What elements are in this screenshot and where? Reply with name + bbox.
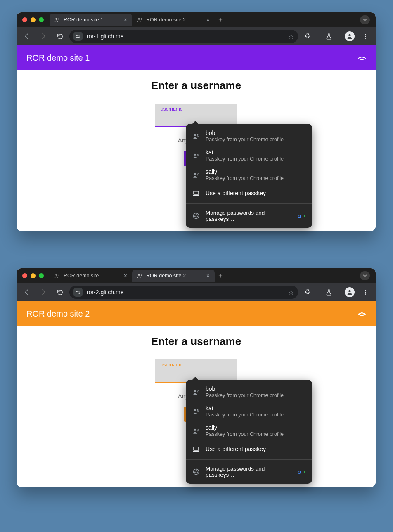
tab-overflow-button[interactable] xyxy=(360,15,370,24)
bookmark-star-icon[interactable]: ☆ xyxy=(288,33,294,40)
svg-point-10 xyxy=(194,134,196,136)
toolbar-divider xyxy=(339,288,339,296)
toolbar-divider xyxy=(318,288,318,296)
tab-ror-demo-site-1[interactable]: ROR demo site 1 × xyxy=(50,270,132,282)
svg-point-2 xyxy=(138,18,140,20)
app-header: ROR demo site 1 <> xyxy=(17,45,376,70)
manage-passwords-button[interactable]: Manage passwords and passkeys… xyxy=(186,460,312,484)
text-cursor xyxy=(161,114,161,122)
close-tab-icon[interactable]: × xyxy=(206,17,210,23)
browser-toolbar: ror-1.glitch.me ☆ xyxy=(17,27,376,45)
passkey-source: Passkey from your Chrome profile xyxy=(206,412,284,418)
svg-point-3 xyxy=(141,18,142,19)
passkey-option-kai[interactable]: kai Passkey from your Chrome profile xyxy=(186,146,312,165)
passkey-source: Passkey from your Chrome profile xyxy=(206,392,284,398)
close-window-button[interactable] xyxy=(22,273,27,278)
svg-point-34 xyxy=(197,429,199,430)
favicon-icon xyxy=(54,273,60,279)
use-different-passkey-button[interactable]: Use a different passkey xyxy=(186,184,312,202)
minimize-window-button[interactable] xyxy=(31,273,36,278)
tab-title: ROR demo site 1 xyxy=(64,273,103,279)
forward-button[interactable] xyxy=(36,285,50,299)
site-info-icon[interactable] xyxy=(73,32,83,41)
tab-overflow-button[interactable] xyxy=(360,271,370,280)
window-titlebar: ROR demo site 1 × ROR demo site 2 × ＋ xyxy=(17,268,376,283)
svg-point-4 xyxy=(76,35,77,36)
svg-point-7 xyxy=(365,34,366,35)
laptop-icon xyxy=(192,445,200,453)
reload-button[interactable] xyxy=(53,29,67,43)
back-button[interactable] xyxy=(20,29,34,43)
forward-button[interactable] xyxy=(36,29,50,43)
close-window-button[interactable] xyxy=(22,17,27,22)
passkey-name: sally xyxy=(206,168,284,175)
chrome-icon xyxy=(192,212,200,220)
close-tab-icon[interactable]: × xyxy=(206,272,210,279)
passkey-option-kai[interactable]: kai Passkey from your Chrome profile xyxy=(186,402,312,421)
tab-ror-demo-site-2[interactable]: ROR demo site 2 × xyxy=(132,270,215,282)
manage-label: Manage passwords and passkeys… xyxy=(206,210,292,222)
passkey-icon xyxy=(192,132,200,140)
passkey-option-bob[interactable]: bob Passkey from your Chrome profile xyxy=(186,382,312,402)
passkey-name: bob xyxy=(206,385,284,392)
passkey-name: sally xyxy=(206,424,284,431)
svg-point-0 xyxy=(55,18,57,20)
tab-ror-demo-site-2[interactable]: ROR demo site 2 × xyxy=(132,14,215,26)
window-controls xyxy=(20,17,47,22)
passkey-option-sally[interactable]: sally Passkey from your Chrome profile xyxy=(186,421,312,440)
svg-point-6 xyxy=(348,34,350,36)
code-icon[interactable]: <> xyxy=(357,54,366,62)
bookmark-star-icon[interactable]: ☆ xyxy=(288,288,294,296)
google-key-icon xyxy=(298,469,305,475)
chrome-menu-button[interactable] xyxy=(358,29,372,43)
passkey-icon xyxy=(192,408,200,415)
avatar-icon xyxy=(345,287,355,297)
maximize-window-button[interactable] xyxy=(39,17,44,22)
address-bar[interactable]: ror-1.glitch.me ☆ xyxy=(69,30,298,43)
new-tab-button[interactable]: ＋ xyxy=(215,16,226,24)
svg-point-25 xyxy=(348,290,350,292)
maximize-window-button[interactable] xyxy=(39,273,44,278)
close-tab-icon[interactable]: × xyxy=(124,272,127,279)
favicon-icon xyxy=(137,273,143,279)
minimize-window-button[interactable] xyxy=(31,17,36,22)
passkey-icon xyxy=(192,152,200,159)
site-info-icon[interactable] xyxy=(73,288,83,297)
toolbar-divider xyxy=(339,33,339,40)
passkey-icon xyxy=(192,427,200,435)
code-icon[interactable]: <> xyxy=(357,310,366,318)
new-tab-button[interactable]: ＋ xyxy=(215,272,226,280)
chrome-icon xyxy=(192,468,200,475)
window-controls xyxy=(20,273,47,278)
svg-point-29 xyxy=(194,390,196,392)
extensions-button[interactable] xyxy=(301,29,315,43)
passkey-icon xyxy=(192,388,200,396)
manage-passwords-button[interactable]: Manage passwords and passkeys… xyxy=(186,204,312,228)
tab-title: ROR demo site 2 xyxy=(146,17,186,23)
passkey-source: Passkey from your Chrome profile xyxy=(206,156,284,162)
svg-point-15 xyxy=(197,173,199,174)
use-different-passkey-button[interactable]: Use a different passkey xyxy=(186,440,312,458)
passkey-name: kai xyxy=(206,405,284,411)
toolbar-divider xyxy=(318,33,318,40)
address-bar[interactable]: ror-2.glitch.me ☆ xyxy=(69,286,298,299)
extensions-button[interactable] xyxy=(301,285,315,299)
reload-button[interactable] xyxy=(53,285,67,299)
chrome-menu-button[interactable] xyxy=(358,285,372,299)
svg-point-22 xyxy=(141,274,142,275)
labs-button[interactable] xyxy=(322,285,336,299)
page-content: Enter a username username Any usernam bo… xyxy=(17,326,376,487)
tab-ror-demo-site-1[interactable]: ROR demo site 1 × xyxy=(50,14,132,26)
back-button[interactable] xyxy=(20,285,34,299)
svg-point-12 xyxy=(194,153,196,155)
svg-point-11 xyxy=(197,134,199,135)
profile-button[interactable] xyxy=(343,29,357,43)
profile-button[interactable] xyxy=(343,285,357,299)
passkey-option-bob[interactable]: bob Passkey from your Chrome profile xyxy=(186,126,312,146)
svg-rect-35 xyxy=(194,447,199,450)
labs-button[interactable] xyxy=(322,29,336,43)
close-tab-icon[interactable]: × xyxy=(124,17,127,23)
svg-point-14 xyxy=(194,173,196,175)
svg-rect-16 xyxy=(194,191,199,194)
passkey-option-sally[interactable]: sally Passkey from your Chrome profile xyxy=(186,165,312,184)
